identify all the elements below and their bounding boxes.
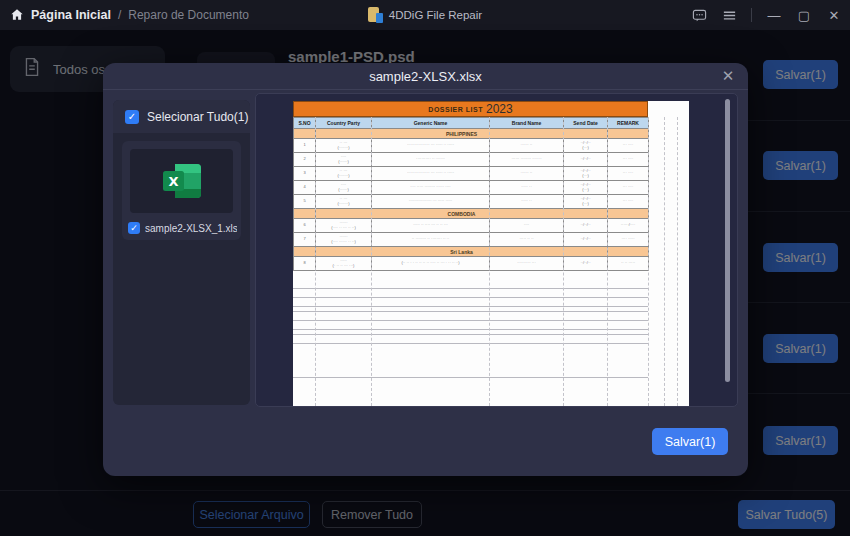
- sheet-cell: 4: [294, 181, 316, 195]
- maximize-icon[interactable]: ▢: [796, 7, 812, 23]
- sheet-section-row: PHILIPPINES: [294, 129, 649, 139]
- sheet-cell: ··· ····: [608, 139, 649, 153]
- spreadsheet-preview: DOSSIER LIST 2023 S.NOCountry PartyGener…: [293, 101, 689, 406]
- sheet-cell: ··· ····: [608, 153, 649, 167]
- sheet-cell: ······ (···· ·· ··· ·· ··): [316, 219, 372, 233]
- sheet-cell: ······ ········ ·······: [490, 153, 564, 167]
- close-dialog-icon[interactable]: ✕: [719, 67, 737, 85]
- breadcrumb-separator: /: [118, 8, 121, 22]
- sheet-gridline: [607, 117, 608, 406]
- sheet-cell: ··· ····: [608, 167, 649, 181]
- file-card-name: sample2-XLSX_1.xlsx: [145, 223, 237, 234]
- sheet-cell: ··/··/·· (···): [564, 195, 608, 209]
- feedback-icon[interactable]: [691, 7, 707, 23]
- sheet-cell: ··/··/·· (···): [564, 181, 608, 195]
- sheet-cell: ····· (· ·· ·· ··· ···): [316, 257, 372, 271]
- sheet-cell: ·· ········ ·· ········ ·· ··: [372, 233, 490, 247]
- sheet-section-row: COMBODIA: [294, 209, 649, 219]
- sheet-cell: ··/··/··: [564, 233, 608, 247]
- select-all-label: Selecionar Tudo(1): [147, 110, 248, 124]
- document-preview-pane[interactable]: DOSSIER LIST 2023 S.NOCountry PartyGener…: [255, 93, 738, 407]
- sheet-cell: ··· ····: [608, 181, 649, 195]
- sheet-cell: ···· ····· ········ ······ ····: [372, 181, 490, 195]
- sheet-cell: ··/··/·· (···): [564, 139, 608, 153]
- dialog-title: sample2-XLSX.xlsx: [369, 69, 482, 84]
- sheet-cell: Brand Name: [490, 118, 564, 129]
- breadcrumb-current: Reparo de Documento: [128, 8, 249, 22]
- sheet-cell: Send Date: [564, 118, 608, 129]
- sheet-cell: 6: [294, 219, 316, 233]
- sheet-cell: ·· ··· (·······): [316, 195, 372, 209]
- sheet-data-row: 7······ (···· ······ ·· ··)·· ········ ·…: [294, 233, 649, 247]
- sheet-section-row: Sri Lanka: [294, 247, 649, 257]
- sheet-data-row: 6······ (···· ·· ··· ·· ··)····· ·· ····…: [294, 219, 649, 233]
- sheet-cell: ···· (······): [316, 153, 372, 167]
- sheet-data-row: 4···· (······)···· ····· ········ ······…: [294, 181, 649, 195]
- excel-icon: X: [163, 164, 201, 198]
- app-window: Página Inicial / Reparo de Documento 4DD…: [0, 0, 850, 536]
- sheet-cell: 8: [294, 257, 316, 271]
- sheet-cell: ··· ····: [608, 195, 649, 209]
- file-card[interactable]: X ✓ sample2-XLSX_1.xlsx: [122, 141, 241, 240]
- sheet-cell: ······ ··: [490, 167, 564, 181]
- select-all-row[interactable]: ✓ Selecionar Tudo(1): [113, 100, 250, 133]
- sheet-cell: ······/····: [608, 219, 649, 233]
- svg-text:X: X: [168, 174, 178, 189]
- select-all-checkbox[interactable]: ✓: [125, 110, 139, 124]
- sheet-cell: ····· ··: [490, 181, 564, 195]
- sheet-cell: ···· (······): [316, 181, 372, 195]
- sheet-cell: ·· ·· ·····: [608, 257, 649, 271]
- sheet-gridline: [664, 117, 665, 406]
- sheet-cell: [294, 247, 316, 257]
- sheet-cell: [294, 129, 316, 139]
- sheet-cell: (·· ·· · · ·· ·· ·· ·· ···· ·· ··· · ·· …: [372, 257, 490, 271]
- sheet-cell: ·· ··· (·······): [316, 167, 372, 181]
- sheet-empty-rows: [293, 373, 648, 378]
- dialog-save-button[interactable]: Salvar(1): [652, 428, 728, 455]
- sheet-cell: 1: [294, 139, 316, 153]
- title-bar: Página Inicial / Reparo de Documento 4DD…: [0, 0, 850, 30]
- preview-scrollbar[interactable]: [725, 99, 730, 382]
- sheet-gridline: [371, 117, 372, 406]
- sheet-gridline: [489, 117, 490, 406]
- home-icon[interactable]: [10, 8, 24, 22]
- sheet-cell: [294, 209, 316, 219]
- sheet-title-text: DOSSIER LIST: [428, 106, 483, 113]
- sheet-cell: ····· ·· ··: [490, 233, 564, 247]
- sheet-cell: ····· ·· ···· ··· ·· ·· ···: [372, 219, 490, 233]
- sheet-gridline: [315, 117, 316, 406]
- close-window-icon[interactable]: ✕: [826, 7, 842, 23]
- file-checkbox[interactable]: ✓: [128, 222, 140, 234]
- sheet-cell: ······ ··: [490, 139, 564, 153]
- sheet-cell: Country Party: [316, 118, 372, 129]
- sheet-cell: ··/··/··: [564, 257, 608, 271]
- sheet-cell: 3: [294, 167, 316, 181]
- sheet-title-row: DOSSIER LIST 2023: [293, 101, 648, 117]
- sheet-cell: ··········· ·· ·······: [372, 153, 490, 167]
- sheet-gridline: [563, 117, 564, 406]
- sheet-empty-rows: [293, 284, 648, 347]
- sheet-cell: REMARK: [608, 118, 649, 129]
- sheet-gridline: [648, 117, 649, 406]
- sheet-data-row: 5·· ··· (·······)················· ··· ·…: [294, 195, 649, 209]
- sheet-cell: ······ (···· ······ ·· ··): [316, 233, 372, 247]
- sheet-cell: 2: [294, 153, 316, 167]
- window-controls-divider: [751, 8, 752, 22]
- sheet-cell: [608, 129, 649, 139]
- breadcrumb-home[interactable]: Página Inicial: [31, 8, 111, 22]
- sheet-cell: ····: [490, 219, 564, 233]
- menu-icon[interactable]: [721, 7, 737, 23]
- sheet-cell: ··/··/··: [564, 219, 608, 233]
- sheet-data-row: 1·· ··· (·······)················· ··· ·…: [294, 139, 649, 153]
- minimize-icon[interactable]: —: [766, 7, 782, 23]
- sheet-data-row: 8····· (· ·· ·· ··· ···)(·· ·· · · ·· ··…: [294, 257, 649, 271]
- sheet-title-year: 2023: [486, 102, 513, 116]
- sheet-cell: [608, 247, 649, 257]
- file-card-thumbnail: X: [130, 149, 233, 213]
- sheet-cell: S.NO: [294, 118, 316, 129]
- preview-dialog: sample2-XLSX.xlsx ✕ ✓ Selecionar Tudo(1)…: [103, 63, 748, 476]
- sheet-cell: 7: [294, 233, 316, 247]
- sheet-cell: ····· ··: [490, 195, 564, 209]
- sheet-cell: ················· ··· ····· ·· ·····: [372, 139, 490, 153]
- sheet-data-row: 3·· ··· (·······)················· ··· ·…: [294, 167, 649, 181]
